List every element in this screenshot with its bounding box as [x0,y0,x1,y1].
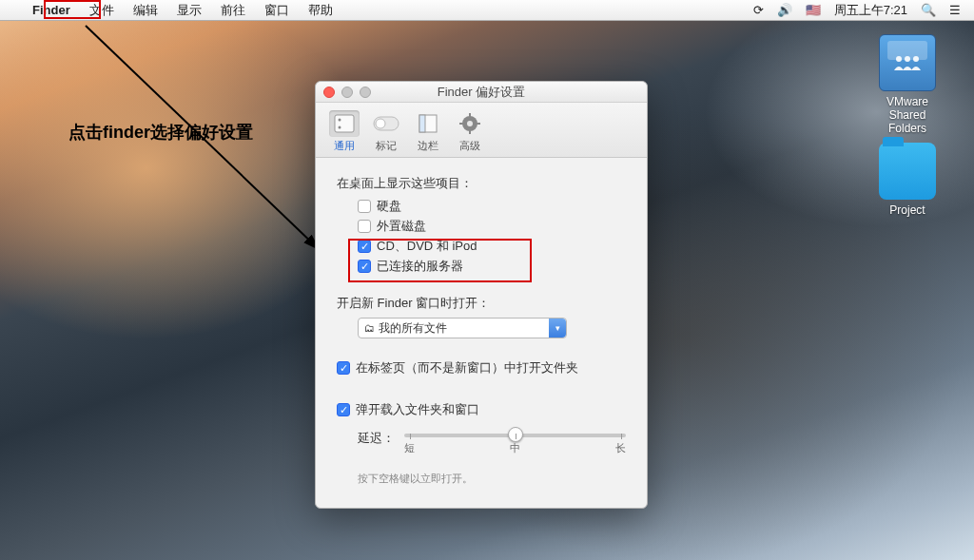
checkbox-open-in-tabs[interactable] [337,361,350,375]
checkbox-spring-loaded[interactable] [337,403,350,416]
svg-rect-16 [477,123,480,125]
sidebar-icon [413,110,443,137]
tab-general[interactable]: 通用 [323,108,365,155]
new-window-select[interactable]: 🗂 我的所有文件 ▾ [358,318,567,338]
desktop-icon-label: VMware Shared Folders [869,95,945,135]
finder-preferences-window: Finder 偏好设置 通用 标记 边栏 高级 在桌面上 [315,81,648,509]
svg-rect-14 [469,130,471,134]
svg-point-12 [467,121,473,126]
close-icon[interactable] [323,87,335,98]
checkbox-open-in-tabs-label: 在标签页（而不是新窗口）中打开文件夹 [356,359,578,377]
delay-slider[interactable]: 短 中 长 [404,424,626,453]
svg-point-6 [339,126,341,129]
chevron-updown-icon: ▾ [549,319,566,338]
tab-sidebar[interactable]: 边栏 [407,108,449,155]
annotation-text: 点击finder选择偏好设置 [68,121,253,144]
tick-mid: 中 [510,441,520,455]
menu-help[interactable]: 帮助 [299,0,342,21]
svg-point-2 [905,56,910,62]
menu-go[interactable]: 前往 [211,0,255,21]
window-title: Finder 偏好设置 [438,84,525,101]
menu-edit[interactable]: 编辑 [124,0,167,21]
window-titlebar[interactable]: Finder 偏好设置 [316,82,647,103]
svg-rect-10 [419,115,425,132]
checkbox-spring-loaded-label: 弹开载入文件夹和窗口 [356,401,479,418]
tags-icon [371,110,401,137]
new-window-label: 开启新 Finder 窗口时打开： [337,295,626,312]
checkbox-optical[interactable] [358,240,371,253]
svg-point-8 [376,119,385,128]
tab-sidebar-label: 边栏 [418,139,438,153]
pref-toolbar: 通用 标记 边栏 高级 [316,103,647,158]
input-flag-icon[interactable]: 🇺🇸 [806,3,821,17]
svg-point-1 [896,56,902,62]
sync-icon[interactable]: ⟳ [753,3,764,17]
menu-app[interactable]: Finder [23,0,80,21]
checkbox-external-label: 外置磁盘 [377,218,426,235]
tab-advanced-label: 高级 [459,139,480,153]
gear-icon [455,110,485,137]
svg-point-3 [913,56,919,62]
menu-file[interactable]: 文件 [80,0,124,21]
checkbox-row-open-in-tabs[interactable]: 在标签页（而不是新窗口）中打开文件夹 [337,359,626,377]
checkbox-row-external[interactable]: 外置磁盘 [358,218,626,235]
folder-icon [879,143,936,200]
new-window-select-value: 我的所有文件 [379,320,447,337]
svg-point-5 [339,119,341,122]
checkbox-row-spring-loaded[interactable]: 弹开载入文件夹和窗口 [337,401,626,418]
tick-long: 长 [615,441,626,455]
checkbox-hdd[interactable] [358,200,371,213]
general-icon [329,110,360,137]
menu-window[interactable]: 窗口 [255,0,299,21]
desktop-icon-label: Project [869,203,945,217]
menu-view[interactable]: 显示 [167,0,211,21]
checkbox-row-optical[interactable]: CD、DVD 和 iPod [358,238,626,255]
notification-center-icon[interactable]: ☰ [949,3,961,17]
checkbox-servers-label: 已连接的服务器 [377,258,463,275]
checkbox-servers[interactable] [358,260,371,273]
tab-tags[interactable]: 标记 [365,108,407,155]
svg-rect-15 [459,123,463,125]
checkbox-row-hdd[interactable]: 硬盘 [358,198,626,215]
desktop-icon-project[interactable]: Project [869,143,945,217]
volume-icon[interactable]: 🔊 [777,3,792,17]
tab-general-label: 通用 [334,139,355,153]
menubar-clock[interactable]: 周五上午7:21 [834,2,907,19]
checkbox-hdd-label: 硬盘 [377,198,401,215]
zoom-icon[interactable] [360,87,371,98]
checkbox-external[interactable] [358,220,371,233]
minimize-icon[interactable] [341,87,353,98]
spotlight-icon[interactable]: 🔍 [921,3,936,17]
tab-advanced[interactable]: 高级 [449,108,491,155]
tab-tags-label: 标记 [376,139,397,153]
menubar: Finder 文件 编辑 显示 前往 窗口 帮助 ⟳ 🔊 🇺🇸 周五上午7:21… [0,0,974,21]
checkbox-optical-label: CD、DVD 和 iPod [377,238,477,255]
checkbox-row-servers[interactable]: 已连接的服务器 [358,258,626,275]
spring-loaded-hint: 按下空格键以立即打开。 [358,472,626,486]
all-files-icon: 🗂 [364,322,375,334]
show-on-desktop-label: 在桌面上显示这些项目： [337,175,626,192]
svg-rect-13 [469,113,471,117]
delay-label: 延迟： [358,430,395,447]
desktop-icon-vmware-shared[interactable]: VMware Shared Folders [869,34,945,135]
svg-rect-4 [335,115,354,132]
tick-short: 短 [404,441,415,455]
network-drive-icon [879,34,936,91]
